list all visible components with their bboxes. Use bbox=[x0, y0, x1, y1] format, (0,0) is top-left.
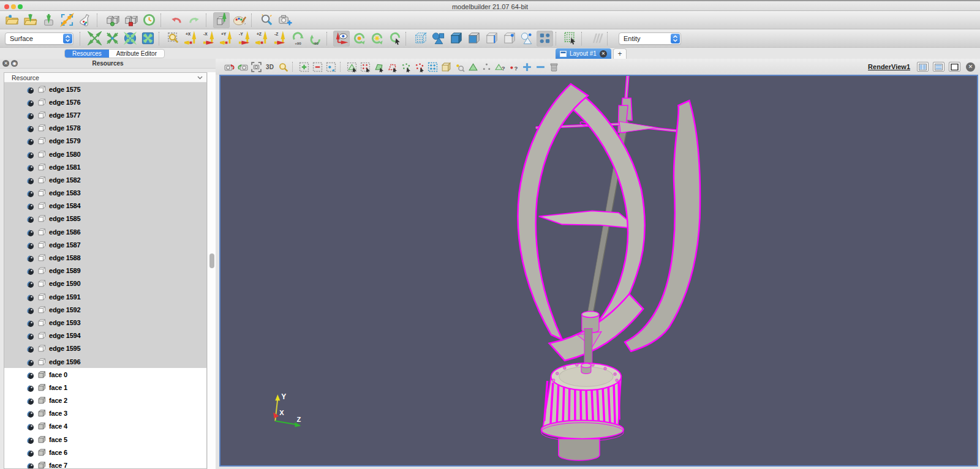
visibility-eye-icon[interactable] bbox=[27, 345, 34, 352]
color-map-editor-button[interactable] bbox=[77, 12, 94, 28]
tree-item-face-6[interactable]: face 6 bbox=[4, 446, 206, 459]
visibility-eye-icon[interactable] bbox=[27, 280, 34, 287]
split-horizontal-button[interactable] bbox=[917, 62, 929, 72]
set-view-plus-x-button[interactable]: +X bbox=[183, 31, 200, 47]
visibility-eye-icon[interactable] bbox=[27, 86, 34, 93]
visibility-eye-icon[interactable] bbox=[27, 151, 34, 158]
tree-item-face-7[interactable]: face 7 bbox=[4, 459, 206, 469]
select-cells-on-button[interactable] bbox=[346, 61, 358, 73]
tree-item-edge-1593[interactable]: edge 1593 bbox=[4, 316, 206, 329]
visibility-eye-icon[interactable] bbox=[27, 228, 34, 236]
select-mesh-points-button[interactable] bbox=[481, 61, 492, 73]
set-view-minus-y-button[interactable]: -Y bbox=[236, 31, 253, 47]
zoom-to-data-button[interactable] bbox=[59, 12, 75, 28]
tree-item-edge-1576[interactable]: edge 1576 bbox=[4, 96, 206, 108]
interactive-select-button[interactable] bbox=[588, 31, 605, 47]
rotate-90-ccw-button[interactable]: -90 bbox=[307, 31, 324, 47]
layout-tab[interactable]: Layout #1 ✕ bbox=[556, 48, 611, 59]
select-block-button[interactable] bbox=[427, 61, 439, 73]
visibility-eye-icon[interactable] bbox=[27, 436, 34, 443]
visibility-eye-icon[interactable] bbox=[27, 254, 34, 261]
close-view-button[interactable]: ✕ bbox=[966, 62, 975, 72]
import-file-button[interactable] bbox=[22, 12, 39, 28]
toggle-selection-button[interactable] bbox=[325, 61, 337, 73]
shrink-selection-button[interactable] bbox=[535, 61, 546, 73]
representation-volume-button[interactable] bbox=[501, 31, 518, 47]
tree-item-edge-1584[interactable]: edge 1584 bbox=[4, 200, 206, 212]
visibility-eye-icon[interactable] bbox=[27, 397, 34, 404]
representation-outline-button[interactable] bbox=[430, 31, 447, 47]
tree-item-edge-1588[interactable]: edge 1588 bbox=[4, 251, 206, 264]
set-view-plus-z-button[interactable]: +Z bbox=[254, 31, 271, 47]
visibility-eye-icon[interactable] bbox=[27, 99, 34, 106]
representation-surface-edges-button[interactable] bbox=[466, 31, 482, 47]
rubber-band-zoom-button[interactable] bbox=[122, 31, 138, 47]
visibility-eye-icon[interactable] bbox=[27, 124, 34, 132]
split-vertical-button[interactable] bbox=[933, 62, 944, 72]
resource-tree-header[interactable]: Resource bbox=[4, 73, 206, 83]
hover-cells-button[interactable] bbox=[454, 61, 466, 73]
zoom-to-selection-button[interactable] bbox=[277, 61, 289, 73]
tree-item-edge-1583[interactable]: edge 1583 bbox=[4, 187, 206, 200]
maximize-view-button[interactable] bbox=[949, 62, 960, 72]
visibility-eye-icon[interactable] bbox=[27, 163, 34, 171]
add-to-selection-button[interactable] bbox=[298, 61, 310, 73]
select-cells-through-button[interactable] bbox=[373, 61, 385, 73]
visibility-eye-icon[interactable] bbox=[27, 319, 34, 326]
open-file-button[interactable] bbox=[4, 12, 20, 28]
visibility-eye-icon[interactable] bbox=[27, 176, 34, 184]
select-points-polygon-button[interactable] bbox=[413, 61, 425, 73]
visibility-eye-icon[interactable] bbox=[27, 358, 34, 366]
tree-item-edge-1581[interactable]: edge 1581 bbox=[4, 160, 206, 173]
tab-resources[interactable]: Resources bbox=[65, 50, 109, 58]
representation-surface-button[interactable] bbox=[448, 31, 464, 47]
close-panel-icon[interactable]: ✕ bbox=[2, 60, 9, 67]
new-layout-tab-button[interactable]: + bbox=[613, 48, 627, 59]
export-scene-button[interactable] bbox=[224, 61, 235, 73]
set-view-minus-z-button[interactable]: -Z bbox=[272, 31, 288, 47]
load-server-state-button[interactable] bbox=[213, 12, 230, 28]
visibility-eye-icon[interactable] bbox=[27, 410, 34, 417]
zoom-search-button[interactable] bbox=[258, 12, 275, 28]
tree-item-edge-1587[interactable]: edge 1587 bbox=[4, 238, 206, 251]
tree-item-edge-1582[interactable]: edge 1582 bbox=[4, 173, 206, 186]
redo-button[interactable] bbox=[186, 12, 203, 28]
visibility-eye-icon[interactable] bbox=[27, 332, 34, 339]
rotate-90-cw-button[interactable]: +90 bbox=[290, 31, 306, 47]
tree-item-edge-1596[interactable]: edge 1596 bbox=[4, 355, 206, 368]
tree-item-face-3[interactable]: face 3 bbox=[4, 407, 206, 420]
clear-selection-button[interactable] bbox=[548, 61, 560, 73]
close-layout-tab-button[interactable]: ✕ bbox=[600, 50, 607, 58]
tree-item-edge-1579[interactable]: edge 1579 bbox=[4, 135, 206, 148]
undock-panel-icon[interactable]: ◉ bbox=[11, 60, 18, 67]
visibility-eye-icon[interactable] bbox=[27, 202, 34, 209]
select-points-through-button[interactable] bbox=[386, 61, 398, 73]
query-cells-button[interactable]: ? bbox=[494, 61, 506, 73]
import-scene-button[interactable] bbox=[237, 61, 249, 73]
visibility-eye-icon[interactable] bbox=[27, 215, 34, 222]
undo-button[interactable] bbox=[168, 12, 184, 28]
zoom-closest-button[interactable] bbox=[104, 31, 121, 47]
tree-item-edge-1589[interactable]: edge 1589 bbox=[4, 265, 206, 277]
tree-item-face-2[interactable]: face 2 bbox=[4, 394, 206, 407]
reset-session-button[interactable] bbox=[141, 12, 157, 28]
tree-item-edge-1591[interactable]: edge 1591 bbox=[4, 290, 206, 303]
zoom-to-box-button[interactable] bbox=[165, 31, 182, 47]
visibility-eye-icon[interactable] bbox=[27, 449, 34, 456]
visibility-eye-icon[interactable] bbox=[27, 384, 34, 391]
select-frustum-button[interactable] bbox=[440, 61, 452, 73]
tree-item-face-1[interactable]: face 1 bbox=[4, 381, 206, 394]
tree-item-edge-1578[interactable]: edge 1578 bbox=[4, 122, 206, 135]
tree-item-edge-1580[interactable]: edge 1580 bbox=[4, 148, 206, 160]
set-view-plus-y-button[interactable]: +Y bbox=[219, 31, 235, 47]
set-rotation-center-button[interactable] bbox=[369, 31, 385, 47]
reset-camera-button[interactable] bbox=[86, 31, 103, 47]
selection-mode-select[interactable]: Entity bbox=[619, 32, 681, 45]
tree-item-edge-1594[interactable]: edge 1594 bbox=[4, 329, 206, 342]
tree-item-edge-1577[interactable]: edge 1577 bbox=[4, 108, 206, 121]
visibility-eye-icon[interactable] bbox=[27, 306, 34, 313]
visibility-eye-icon[interactable] bbox=[27, 293, 34, 301]
show-orientation-axes-button[interactable] bbox=[351, 31, 368, 47]
visibility-eye-icon[interactable] bbox=[27, 137, 34, 144]
representation-select[interactable]: Surface bbox=[5, 32, 74, 45]
